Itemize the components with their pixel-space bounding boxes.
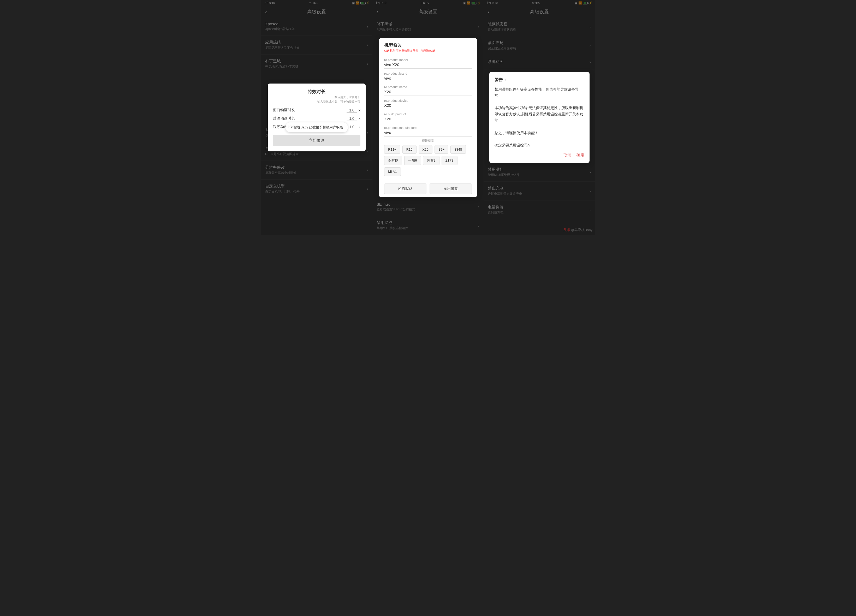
model-label-2: ro.product.name: [384, 85, 471, 89]
warn-line-2: 本功能为实验性功能,无法保证其稳定性，所以重新刷机即恢复官方默认,刷机后若需再禁…: [494, 106, 583, 122]
model-val-0[interactable]: vivo X20: [384, 62, 471, 69]
preset-z17s[interactable]: Z17S: [442, 156, 457, 165]
effect-label-transition: 过渡动画时长: [273, 116, 346, 121]
preset-blackshark2[interactable]: 黑鲨2: [423, 156, 439, 165]
preset-r15[interactable]: R15: [402, 145, 417, 154]
model-apply-button[interactable]: 应用修改: [430, 183, 472, 194]
model-label-1: ro.product.brand: [384, 72, 471, 75]
presets-label: 预设机型: [384, 139, 471, 143]
effect-duration-dialog: 特效时长 数值越大，时长越长 输入整数或小数，可单独修改一项 窗口动画时长 1.…: [268, 83, 366, 151]
preset-mia1[interactable]: MI A1: [384, 167, 400, 176]
model-val-5[interactable]: vivo: [384, 130, 471, 137]
model-val-1[interactable]: vivo: [384, 76, 471, 82]
effect-apply-button[interactable]: 立即修改: [273, 135, 360, 146]
model-val-4[interactable]: X20: [384, 117, 471, 123]
effect-row-transition: 过渡动画时长 1.0 x: [273, 116, 360, 121]
warn-cancel-button[interactable]: 取消: [563, 153, 571, 158]
warn-title: 警告：: [494, 77, 584, 83]
warn-line-6: 确定需要禁用温控吗？: [494, 143, 531, 147]
model-dialog-title: 机型修改: [384, 42, 471, 48]
warn-confirm-button[interactable]: 确定: [576, 153, 584, 158]
model-dialog: 机型修改 修改机型可能导致设备异常，请谨慎修改 ro.product.model…: [379, 38, 477, 197]
model-label-3: ro.product.device: [384, 99, 471, 103]
preset-r11plus[interactable]: R11+: [384, 145, 400, 154]
effect-value-app[interactable]: 1.0: [346, 125, 357, 129]
warning-dialog: 警告： 禁用温控组件可提高设备性能，但也可能导致设备异常！ 本功能为实验性功能,…: [489, 72, 590, 163]
preset-s9plus[interactable]: S9+: [434, 145, 449, 154]
warn-line-0: 禁用温控组件可提高设备性能，但也可能导致设备异常！: [494, 87, 579, 98]
effect-unit-window: x: [359, 108, 360, 112]
preset-x20[interactable]: X20: [419, 145, 433, 154]
model-label-4: ro.build.product: [384, 112, 471, 116]
preset-8848[interactable]: 8848: [450, 145, 466, 154]
model-val-3[interactable]: X20: [384, 103, 471, 109]
effect-hint1: 数值越大，时长越长: [273, 95, 360, 99]
effect-unit-app: x: [359, 125, 360, 129]
model-dialog-header: 机型修改 修改机型可能导致设备异常，请谨慎修改: [379, 38, 477, 55]
preset-oneplus6[interactable]: 一加6: [404, 156, 421, 165]
effect-value-transition[interactable]: 1.0: [346, 116, 357, 121]
screens-wrapper: 上午9:10 2.5K/s ▣ 🛜 ⚡ ‹ 高级设置 Xposed Xposed…: [261, 0, 595, 235]
effect-unit-transition: x: [359, 116, 360, 120]
effect-row-window: 窗口动画时长 1.0 x: [273, 108, 360, 112]
warn-actions: 取消 确定: [494, 153, 584, 158]
model-label-0: ro.product.model: [384, 58, 471, 62]
dialog-overlay-2: 机型修改 修改机型可能导致设备异常，请谨慎修改 ro.product.model…: [373, 0, 484, 235]
model-reset-button[interactable]: 还原默认: [384, 183, 426, 194]
screen-2: 上午9:10 0.6K/s ▣ 🛜 ⚡ ‹ 高级设置 补丁黑域 尼玛见不得人又不…: [373, 0, 484, 235]
presets-grid: R11+ R15 X20 S9+ 8848 保时捷 一加6 黑鲨2 Z17S M…: [384, 145, 471, 176]
dialog-overlay-1: 特效时长 数值越大，时长越长 输入整数或小数，可单独修改一项 窗口动画时长 1.…: [261, 0, 373, 235]
screen-1: 上午9:10 2.5K/s ▣ 🛜 ⚡ ‹ 高级设置 Xposed Xposed…: [261, 0, 373, 235]
screen-3: 上午9:10 0.2K/s ▣ 🛜 ⚡ ‹ 高级设置 隐藏状态栏 自动隐藏顶部状…: [483, 0, 595, 235]
preset-porsche[interactable]: 保时捷: [384, 156, 402, 165]
dialog-overlay-3: 警告： 禁用温控组件可提高设备性能，但也可能导致设备异常！ 本功能为实验性功能,…: [483, 0, 595, 235]
model-val-2[interactable]: X20: [384, 89, 471, 96]
effect-dialog-title: 特效时长: [273, 89, 360, 95]
model-dialog-subtitle: 修改机型可能导致设备异常，请谨慎修改: [384, 49, 471, 53]
model-field-section: ro.product.model vivo X20 ro.product.bra…: [379, 58, 477, 137]
warn-line-4: 总之，请谨慎使用本功能！: [494, 131, 538, 135]
effect-value-window[interactable]: 1.0: [346, 108, 357, 112]
presets-section: 预设机型 R11+ R15 X20 S9+ 8848 保时捷 一加6 黑鲨2 Z…: [379, 137, 477, 180]
model-label-5: ro.product.manufacturer: [384, 126, 471, 130]
model-dialog-actions: 还原默认 应用修改: [379, 180, 477, 197]
effect-hint2: 输入整数或小数，可单独修改一项: [273, 100, 360, 104]
toast-notification: 卑鄙坑Baby 已被授予超级用户权限: [285, 122, 348, 132]
warn-body: 禁用温控组件可提高设备性能，但也可能导致设备异常！ 本功能为实验性功能,无法保证…: [494, 86, 584, 148]
effect-label-window: 窗口动画时长: [273, 108, 346, 112]
